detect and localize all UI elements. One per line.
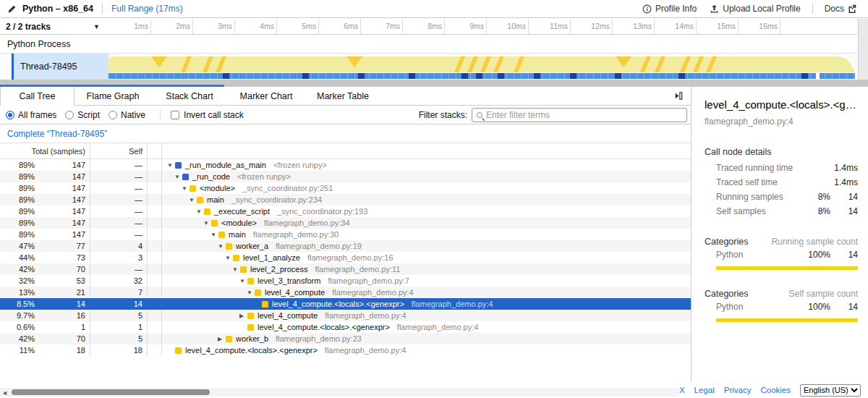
tab-call-tree[interactable]: Call Tree <box>0 87 75 106</box>
cell-total: 89%147 <box>0 159 90 171</box>
table-row[interactable]: 89%147—▼mainflamegraph_demo.py:30 <box>0 229 691 240</box>
table-row[interactable]: 8.5%1414level_4_compute.<locals>.<genexp… <box>0 298 691 310</box>
timeline-splitter[interactable] <box>0 80 868 87</box>
upload-profile-button[interactable]: Upload Local Profile <box>705 2 804 15</box>
radio-native[interactable]: Native <box>109 110 145 120</box>
function-name: worker_b <box>236 334 268 343</box>
expand-open-icon[interactable]: ▼ <box>224 255 233 261</box>
timeline-vertical-scrollbar[interactable] <box>858 19 868 85</box>
radio-all-frames[interactable]: All frames <box>6 110 56 120</box>
expand-open-icon[interactable]: ▼ <box>195 208 204 215</box>
cell-spacer <box>148 182 162 194</box>
calltree-hscrollbar[interactable]: ◄ <box>0 388 680 397</box>
calltree-hscroll-thumb[interactable] <box>12 389 210 395</box>
pencil-icon[interactable] <box>7 4 17 14</box>
table-row[interactable]: 89%147—▼<module>_sync_coordinator.py:251 <box>0 182 691 194</box>
function-location: flamegraph_demo.py:11 <box>315 265 401 274</box>
app-toolbar: Python – x86_64 Full Range (17ms) Profil… <box>0 0 868 18</box>
table-row[interactable]: 42%705▶worker_bflamegraph_demo.py:23 <box>0 333 691 344</box>
cell-spacer <box>148 287 162 298</box>
table-row[interactable]: 89%147—▼_run_module_as_main<frozen runpy… <box>0 159 691 171</box>
toolbar-divider <box>102 4 103 14</box>
chevron-down-icon: ▼ <box>93 23 103 30</box>
thread-track-label[interactable]: Thread-78495 <box>14 54 109 80</box>
expand-open-icon[interactable]: ▼ <box>210 232 218 238</box>
filter-input[interactable] <box>486 110 682 120</box>
table-row[interactable]: 0.6%11level_4_compute.<locals>.<genexpr>… <box>0 321 691 333</box>
panel-icon <box>673 90 684 101</box>
category-label: Python <box>716 250 743 260</box>
docs-link[interactable]: Docs <box>820 2 861 15</box>
breadcrumb-complete-thread[interactable]: Complete “Thread-78495” <box>7 129 107 139</box>
table-row[interactable]: 89%147—▼main_sync_coordinator.py:234 <box>0 194 691 206</box>
ruler-tick: 11ms <box>570 19 571 35</box>
footer-link-x[interactable]: X <box>679 386 685 394</box>
ruler-tick-label: 11ms <box>550 22 568 30</box>
table-row[interactable]: 9.7%165▶level_4_computeflamegraph_demo.p… <box>0 310 691 321</box>
cell-spacer <box>148 263 162 275</box>
footer-link-cookies[interactable]: Cookies <box>760 386 791 394</box>
process-track-header[interactable]: Python Process <box>0 35 857 54</box>
expand-open-icon[interactable]: ▼ <box>203 220 211 226</box>
table-row[interactable]: 42%70—▼level_2_processflamegraph_demo.py… <box>0 263 691 275</box>
function-name: main <box>229 230 246 239</box>
expand-open-icon[interactable]: ▼ <box>239 278 247 284</box>
tab-marker-chart[interactable]: Marker Chart <box>228 87 305 105</box>
cell-spacer <box>148 310 162 321</box>
cell-spacer <box>148 217 162 229</box>
detail-row: Running samples8%14 <box>705 190 858 203</box>
category-label: Python <box>716 302 743 312</box>
scroll-left-arrow-icon[interactable]: ◄ <box>1 389 8 397</box>
tree-cell: level_4_compute.<locals>.<genexpr>flameg… <box>162 344 691 356</box>
tab-stack-chart[interactable]: Stack Chart <box>151 87 228 105</box>
expand-collapsed-icon[interactable]: ▶ <box>239 313 247 319</box>
table-row[interactable]: 44%733▼level_1_analyzeflamegraph_demo.py… <box>0 252 691 263</box>
table-row[interactable]: 32%5332▼level_3_transformflamegraph_demo… <box>0 275 691 287</box>
table-row[interactable]: 11%1818level_4_compute.<locals>.<genexpr… <box>0 344 691 356</box>
footer-link-legal[interactable]: Legal <box>694 386 715 394</box>
table-row[interactable]: 47%774▼worker_aflamegraph_demo.py:19 <box>0 240 691 252</box>
profile-info-button[interactable]: Profile Info <box>638 2 701 15</box>
filter-input-box[interactable] <box>472 108 687 122</box>
tree-cell: ▼_run_module_as_main<frozen runpy> <box>162 159 691 171</box>
expand-open-icon[interactable]: ▼ <box>188 197 197 203</box>
category-row: Python100%14 <box>705 300 858 313</box>
table-row[interactable]: 89%147—▼<module>flamegraph_demo.py:34 <box>0 217 691 229</box>
radio-script[interactable]: Script <box>65 110 100 120</box>
cell-total-samples: 147 <box>35 184 90 192</box>
ruler-tick: 12ms <box>612 19 613 35</box>
tab-flame-graph[interactable]: Flame Graph <box>75 87 151 105</box>
footer-link-privacy[interactable]: Privacy <box>724 386 752 394</box>
cell-total-samples: 21 <box>35 288 90 297</box>
cell-self: 18 <box>90 344 148 356</box>
thread-activity-graph[interactable] <box>109 54 857 80</box>
tracks-dropdown[interactable]: 2 / 2 tracks ▼ <box>0 19 109 35</box>
table-row[interactable]: 13%217▼level_4_computeflamegraph_demo.py… <box>0 287 691 298</box>
expand-open-icon[interactable]: ▼ <box>174 174 182 180</box>
expand-open-icon[interactable]: ▼ <box>217 243 226 250</box>
expand-open-icon[interactable]: ▼ <box>181 185 190 192</box>
table-row[interactable]: 89%147—▼_run_code<frozen runpy> <box>0 171 691 182</box>
categories-subheading: Running sample count <box>772 237 858 247</box>
expand-open-icon[interactable]: ▼ <box>246 289 255 296</box>
language-select[interactable]: English (US) <box>800 384 861 397</box>
expand-open-icon[interactable]: ▼ <box>231 266 240 273</box>
table-row[interactable]: 89%147—▼_execute_script_sync_coordinator… <box>0 206 691 217</box>
expand-collapsed-icon[interactable]: ▶ <box>217 336 226 342</box>
toolbar-divider <box>812 4 813 14</box>
tab-marker-table[interactable]: Marker Table <box>305 87 381 105</box>
invert-call-stack-checkbox[interactable]: Invert call stack <box>160 110 244 120</box>
sidebar-function-title: level_4_compute.<locals>.<genexpr> <box>705 98 858 111</box>
sidebar-toggle-button[interactable] <box>673 87 684 105</box>
full-range-link[interactable]: Full Range (17ms) <box>111 4 183 14</box>
call-tree-table: 89%147—▼_run_module_as_main<frozen runpy… <box>0 159 691 356</box>
category-square <box>226 243 232 250</box>
categories-heading: CategoriesRunning sample count <box>705 237 858 247</box>
cell-total-samples: 18 <box>35 346 90 355</box>
expand-open-icon[interactable]: ▼ <box>166 162 175 169</box>
col-icon-header <box>148 143 162 158</box>
category-value: 14 <box>830 250 858 260</box>
function-location: flamegraph_demo.py:30 <box>253 230 339 239</box>
ruler-tick: 14ms <box>696 19 697 35</box>
function-name: _execute_script <box>214 207 270 216</box>
